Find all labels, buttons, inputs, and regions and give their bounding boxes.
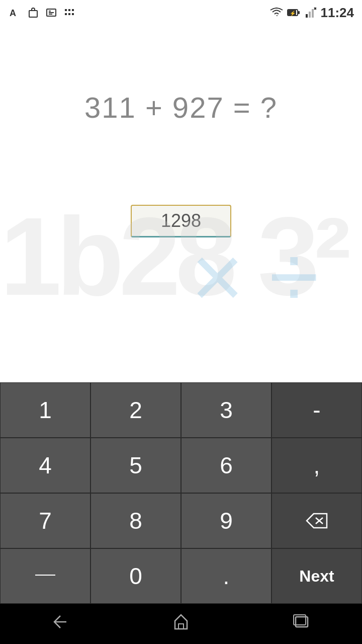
svg-rect-17 (309, 12, 311, 18)
main-content: 1b28 3² × ÷ 311 + 927 = ? (0, 25, 362, 377)
keyboard-row-2: 4 5 6 , (0, 438, 362, 493)
menu-icon (62, 7, 76, 18)
key-2[interactable]: 2 (90, 382, 181, 438)
key-9[interactable]: 9 (181, 493, 272, 548)
svg-rect-7 (68, 9, 70, 11)
svg-rect-8 (72, 9, 74, 11)
key-backspace[interactable] (272, 493, 362, 548)
key-1[interactable]: 1 (0, 382, 90, 438)
wifi-icon (269, 7, 284, 18)
svg-rect-16 (306, 14, 308, 18)
status-bar-right: ⚡ 11:24 (269, 5, 354, 21)
shopping-bag-icon (26, 7, 40, 18)
bg-symbols: × ÷ (191, 231, 319, 322)
keyboard-row-3: 7 8 9 (0, 493, 362, 548)
equation-text: 311 + 927 = ? (84, 91, 278, 124)
nav-bar (0, 604, 362, 644)
key-comma[interactable]: , (272, 438, 362, 493)
key-6[interactable]: 6 (181, 438, 272, 493)
key-3[interactable]: 3 (181, 382, 272, 438)
key-5[interactable]: 5 (90, 438, 181, 493)
status-bar-left: A (8, 7, 76, 18)
svg-rect-24 (178, 624, 184, 629)
svg-rect-1 (29, 11, 37, 17)
svg-rect-9 (65, 13, 67, 15)
svg-rect-18 (312, 9, 314, 18)
key-0[interactable]: 0 (90, 548, 181, 604)
svg-text:⚡: ⚡ (290, 10, 296, 17)
svg-rect-6 (65, 9, 67, 11)
keyboard-row-1: 1 2 3 - (0, 382, 362, 438)
status-bar: A (0, 0, 362, 25)
svg-rect-10 (68, 13, 70, 15)
nav-recents[interactable] (292, 612, 312, 636)
key-space[interactable] (0, 548, 90, 604)
key-minus[interactable]: - (272, 382, 362, 438)
keyboard: 1 2 3 - 4 5 6 , 7 8 9 0 . Next (0, 382, 362, 604)
key-8[interactable]: 8 (90, 493, 181, 548)
nav-home[interactable] (171, 612, 191, 636)
svg-rect-11 (72, 13, 74, 15)
key-4[interactable]: 4 (0, 438, 90, 493)
a-icon: A (8, 7, 22, 18)
status-time: 11:24 (321, 5, 354, 21)
battery-icon: ⚡ (287, 7, 301, 18)
svg-text:A: A (10, 8, 16, 18)
svg-rect-13 (298, 11, 300, 14)
download-icon (44, 7, 58, 18)
nav-back[interactable] (50, 612, 70, 636)
next-button[interactable]: Next (272, 548, 362, 604)
key-dot[interactable]: . (181, 548, 272, 604)
bg-decoration: 1b28 3² × ÷ (0, 201, 362, 377)
signal-icon (304, 7, 318, 18)
keyboard-row-4: 0 . Next (0, 548, 362, 604)
key-7[interactable]: 7 (0, 493, 90, 548)
